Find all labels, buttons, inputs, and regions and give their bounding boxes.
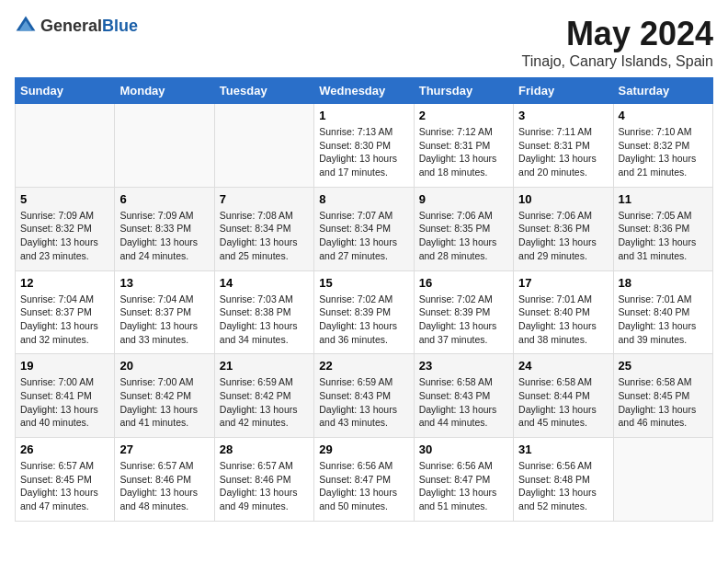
cell-info: Sunrise: 7:04 AM Sunset: 8:37 PM Dayligh… [119,293,209,347]
calendar-cell: 29Sunrise: 6:56 AM Sunset: 8:47 PM Dayli… [314,438,414,522]
week-row-1: 1Sunrise: 7:13 AM Sunset: 8:30 PM Daylig… [16,104,713,188]
date-number: 24 [518,359,608,373]
date-number: 20 [119,359,209,373]
cell-info: Sunrise: 7:06 AM Sunset: 8:36 PM Dayligh… [518,209,608,263]
cell-info: Sunrise: 6:57 AM Sunset: 8:46 PM Dayligh… [220,459,309,513]
calendar-cell: 1Sunrise: 7:13 AM Sunset: 8:30 PM Daylig… [314,104,414,188]
cell-info: Sunrise: 7:01 AM Sunset: 8:40 PM Dayligh… [518,293,608,347]
cell-info: Sunrise: 6:58 AM Sunset: 8:43 PM Dayligh… [419,375,508,430]
calendar-cell: 21Sunrise: 6:59 AM Sunset: 8:42 PM Dayli… [214,354,313,438]
day-header-friday: Friday [514,78,613,104]
calendar-cell: 31Sunrise: 6:56 AM Sunset: 8:48 PM Dayli… [514,438,613,522]
calendar-cell: 11Sunrise: 7:05 AM Sunset: 8:36 PM Dayli… [613,187,712,270]
date-number: 19 [20,359,109,373]
date-number: 7 [220,192,309,206]
date-number: 3 [518,109,608,122]
cell-info: Sunrise: 6:56 AM Sunset: 8:48 PM Dayligh… [518,459,608,513]
date-number: 5 [20,192,109,206]
cell-info: Sunrise: 7:11 AM Sunset: 8:31 PM Dayligh… [518,125,608,179]
calendar-cell: 27Sunrise: 6:57 AM Sunset: 8:46 PM Dayli… [115,438,214,522]
date-number: 11 [619,192,708,206]
calendar-cell: 6Sunrise: 7:09 AM Sunset: 8:33 PM Daylig… [115,187,214,270]
calendar-cell: 28Sunrise: 6:57 AM Sunset: 8:46 PM Dayli… [214,438,313,522]
logo-text-blue: Blue [102,17,138,35]
date-number: 29 [319,442,408,456]
cell-info: Sunrise: 7:00 AM Sunset: 8:41 PM Dayligh… [20,375,109,430]
calendar-cell: 30Sunrise: 6:56 AM Sunset: 8:47 PM Dayli… [414,438,513,522]
cell-info: Sunrise: 7:12 AM Sunset: 8:31 PM Dayligh… [419,125,508,179]
cell-info: Sunrise: 7:03 AM Sunset: 8:38 PM Dayligh… [220,293,309,347]
calendar-cell: 10Sunrise: 7:06 AM Sunset: 8:36 PM Dayli… [514,187,613,270]
date-number: 2 [419,109,508,122]
date-number: 6 [119,192,209,206]
date-number: 30 [419,442,508,456]
subtitle: Tinajo, Canary Islands, Spain [522,53,713,70]
calendar-cell: 9Sunrise: 7:06 AM Sunset: 8:35 PM Daylig… [414,187,513,270]
day-header-saturday: Saturday [613,78,712,104]
cell-info: Sunrise: 6:59 AM Sunset: 8:43 PM Dayligh… [319,375,408,430]
date-number: 17 [518,276,608,290]
date-number: 16 [419,276,508,290]
calendar-cell: 5Sunrise: 7:09 AM Sunset: 8:32 PM Daylig… [16,187,115,270]
day-header-tuesday: Tuesday [214,78,313,104]
date-number: 9 [419,192,508,206]
calendar-cell: 16Sunrise: 7:02 AM Sunset: 8:39 PM Dayli… [414,270,513,354]
calendar-cell: 26Sunrise: 6:57 AM Sunset: 8:45 PM Dayli… [16,438,115,522]
day-header-sunday: Sunday [16,78,115,104]
date-number: 14 [220,276,309,290]
week-row-5: 26Sunrise: 6:57 AM Sunset: 8:45 PM Dayli… [16,438,713,522]
calendar-cell: 18Sunrise: 7:01 AM Sunset: 8:40 PM Dayli… [613,270,712,354]
week-row-3: 12Sunrise: 7:04 AM Sunset: 8:37 PM Dayli… [16,270,713,354]
date-number: 12 [20,276,109,290]
cell-info: Sunrise: 7:02 AM Sunset: 8:39 PM Dayligh… [419,293,508,347]
calendar-cell: 17Sunrise: 7:01 AM Sunset: 8:40 PM Dayli… [514,270,613,354]
week-row-4: 19Sunrise: 7:00 AM Sunset: 8:41 PM Dayli… [16,354,713,438]
cell-info: Sunrise: 7:01 AM Sunset: 8:40 PM Dayligh… [619,293,708,347]
main-title: May 2024 [522,15,713,53]
calendar-cell: 20Sunrise: 7:00 AM Sunset: 8:42 PM Dayli… [115,354,214,438]
cell-info: Sunrise: 7:07 AM Sunset: 8:34 PM Dayligh… [319,209,408,263]
calendar-cell: 25Sunrise: 6:58 AM Sunset: 8:45 PM Dayli… [613,354,712,438]
day-header-monday: Monday [115,78,214,104]
calendar-cell [16,104,115,188]
cell-info: Sunrise: 7:02 AM Sunset: 8:39 PM Dayligh… [319,293,408,347]
day-header-thursday: Thursday [414,78,513,104]
calendar-cell: 23Sunrise: 6:58 AM Sunset: 8:43 PM Dayli… [414,354,513,438]
calendar-cell [214,104,313,188]
date-number: 31 [518,442,608,456]
calendar-cell: 19Sunrise: 7:00 AM Sunset: 8:41 PM Dayli… [16,354,115,438]
cell-info: Sunrise: 7:05 AM Sunset: 8:36 PM Dayligh… [619,209,708,263]
calendar-cell [115,104,214,188]
week-row-2: 5Sunrise: 7:09 AM Sunset: 8:32 PM Daylig… [16,187,713,270]
cell-info: Sunrise: 6:58 AM Sunset: 8:44 PM Dayligh… [518,375,608,430]
cell-info: Sunrise: 7:10 AM Sunset: 8:32 PM Dayligh… [619,125,708,179]
cell-info: Sunrise: 7:08 AM Sunset: 8:34 PM Dayligh… [220,209,309,263]
calendar-cell [613,438,712,522]
date-number: 27 [119,442,209,456]
cell-info: Sunrise: 7:09 AM Sunset: 8:33 PM Dayligh… [119,209,209,263]
cell-info: Sunrise: 6:58 AM Sunset: 8:45 PM Dayligh… [619,375,708,430]
cell-info: Sunrise: 6:59 AM Sunset: 8:42 PM Dayligh… [220,375,309,430]
cell-info: Sunrise: 6:56 AM Sunset: 8:47 PM Dayligh… [419,459,508,513]
cell-info: Sunrise: 6:56 AM Sunset: 8:47 PM Dayligh… [319,459,408,513]
cell-info: Sunrise: 7:04 AM Sunset: 8:37 PM Dayligh… [20,293,109,347]
logo-text-general: General [40,17,102,35]
page-header: GeneralBlue May 2024 Tinajo, Canary Isla… [15,15,713,70]
calendar-cell: 7Sunrise: 7:08 AM Sunset: 8:34 PM Daylig… [214,187,313,270]
cell-info: Sunrise: 7:06 AM Sunset: 8:35 PM Dayligh… [419,209,508,263]
cell-info: Sunrise: 7:00 AM Sunset: 8:42 PM Dayligh… [119,375,209,430]
cell-info: Sunrise: 6:57 AM Sunset: 8:45 PM Dayligh… [20,459,109,513]
cell-info: Sunrise: 7:13 AM Sunset: 8:30 PM Dayligh… [319,125,408,179]
date-number: 26 [20,442,109,456]
logo: GeneralBlue [15,15,138,37]
cell-info: Sunrise: 7:09 AM Sunset: 8:32 PM Dayligh… [20,209,109,263]
date-number: 21 [220,359,309,373]
day-header-row: SundayMondayTuesdayWednesdayThursdayFrid… [16,78,713,104]
cell-info: Sunrise: 6:57 AM Sunset: 8:46 PM Dayligh… [119,459,209,513]
calendar-cell: 24Sunrise: 6:58 AM Sunset: 8:44 PM Dayli… [514,354,613,438]
date-number: 1 [319,109,408,122]
date-number: 4 [619,109,708,122]
calendar-cell: 14Sunrise: 7:03 AM Sunset: 8:38 PM Dayli… [214,270,313,354]
calendar-cell: 12Sunrise: 7:04 AM Sunset: 8:37 PM Dayli… [16,270,115,354]
date-number: 23 [419,359,508,373]
